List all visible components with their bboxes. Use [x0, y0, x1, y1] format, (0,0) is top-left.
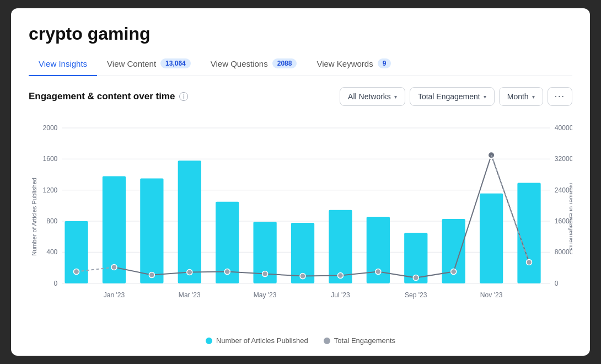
legend-articles-icon: [206, 338, 212, 344]
engagement-dot: [111, 264, 117, 270]
legend-engagements-icon: [324, 338, 330, 344]
svg-text:400000: 400000: [555, 124, 572, 132]
questions-badge: 2088: [272, 58, 297, 68]
engagement-dot: [149, 272, 154, 278]
chart-controls: All Networks ▾ Total Engagement ▾ Month …: [340, 87, 572, 106]
svg-text:Mar '23: Mar '23: [179, 291, 201, 299]
tab-insights[interactable]: View Insights: [29, 53, 97, 76]
svg-text:Number of Articles Published: Number of Articles Published: [31, 178, 37, 256]
chart-svg: 2000 1600 1200 800 400 0 Number of Artic…: [29, 114, 572, 331]
chart-area: 2000 1600 1200 800 400 0 Number of Artic…: [29, 114, 572, 345]
engagement-dot: [300, 274, 305, 279]
chevron-down-icon: ▾: [484, 94, 486, 100]
svg-text:Nov '23: Nov '23: [480, 291, 503, 299]
tab-content[interactable]: View Content 13,064: [97, 53, 201, 76]
tab-keywords[interactable]: View Keywords 9: [307, 53, 401, 76]
metric-filter[interactable]: Total Engagement ▾: [410, 87, 495, 106]
engagement-dot: [73, 269, 79, 275]
engagement-dot: [224, 269, 230, 275]
info-icon[interactable]: i: [179, 92, 188, 101]
keywords-badge: 9: [378, 58, 391, 68]
chart-section: Engagement & content over time i All Net…: [29, 87, 572, 345]
svg-text:320000: 320000: [555, 155, 572, 163]
bar: [329, 210, 352, 283]
chart-body: 2000 1600 1200 800 400 0 Number of Artic…: [29, 114, 572, 331]
svg-text:1200: 1200: [42, 186, 57, 194]
legend-articles: Number of Articles Published: [206, 336, 308, 345]
content-badge: 13,064: [160, 58, 191, 68]
chevron-down-icon: ▾: [394, 94, 397, 100]
svg-text:400: 400: [46, 248, 57, 256]
chevron-down-icon: ▾: [532, 94, 535, 100]
engagement-dot: [451, 269, 457, 275]
engagement-dot: [262, 271, 268, 277]
svg-text:0: 0: [54, 280, 58, 287]
legend-engagements: Total Engagements: [324, 336, 395, 345]
svg-text:Sep '23: Sep '23: [405, 291, 427, 299]
svg-text:Number of Engagements: Number of Engagements: [568, 183, 572, 251]
chart-legend: Number of Articles Published Total Engag…: [29, 331, 572, 345]
tab-bar: View Insights View Content 13,064 View Q…: [29, 53, 572, 76]
svg-text:May '23: May '23: [254, 291, 277, 299]
engagement-dot: [413, 275, 418, 281]
engagement-dot: [187, 270, 192, 275]
engagement-dot: [337, 273, 343, 279]
engagement-dot: [375, 269, 381, 275]
svg-text:800: 800: [46, 217, 57, 225]
svg-text:Jul '23: Jul '23: [331, 291, 350, 299]
svg-text:0: 0: [555, 280, 559, 287]
chart-title: Engagement & content over time i: [29, 91, 188, 102]
svg-text:Jan '23: Jan '23: [104, 291, 125, 299]
more-options-button[interactable]: ···: [548, 87, 572, 106]
tab-questions[interactable]: View Questions 2088: [201, 53, 307, 76]
bar: [480, 194, 503, 283]
page-title: crypto gaming: [29, 24, 572, 44]
svg-text:1600: 1600: [42, 155, 57, 163]
svg-text:2000: 2000: [42, 124, 57, 132]
network-filter[interactable]: All Networks ▾: [340, 87, 405, 106]
engagement-dot: [526, 259, 532, 265]
period-filter[interactable]: Month ▾: [499, 87, 543, 106]
bar: [140, 179, 163, 283]
bar: [517, 183, 540, 283]
bar: [178, 160, 201, 283]
main-card: crypto gaming View Insights View Content…: [11, 8, 590, 356]
chart-header: Engagement & content over time i All Net…: [29, 87, 572, 106]
